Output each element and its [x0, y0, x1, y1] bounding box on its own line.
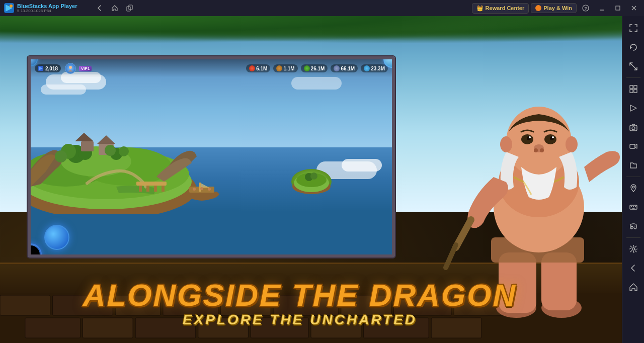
svg-marker-60 — [75, 133, 94, 141]
svg-point-102 — [552, 136, 554, 138]
resource-icon-1 — [249, 65, 255, 71]
svg-point-64 — [119, 146, 129, 156]
crown-icon: 👑 — [476, 5, 484, 12]
hud-resource-3: 26.1M — [301, 64, 328, 72]
svg-point-2 — [10, 5, 13, 8]
orange-dot-icon — [535, 5, 541, 11]
game-frame[interactable]: 2,018 VIP1 6.1M 1.1M — [28, 56, 395, 258]
svg-rect-13 — [630, 90, 633, 93]
play-win-label: Play & Win — [543, 5, 572, 11]
boat — [182, 182, 222, 202]
cloud-6 — [342, 159, 382, 172]
sidebar-files-btn[interactable] — [624, 156, 642, 175]
svg-marker-19 — [635, 144, 637, 148]
hud-resource-1: 6.1M — [246, 64, 270, 72]
resource-icon-4 — [334, 65, 340, 71]
right-sidebar — [622, 16, 644, 343]
svg-rect-67 — [139, 186, 142, 192]
reward-center-btn[interactable]: 👑 Reward Center — [472, 3, 529, 14]
svg-rect-66 — [136, 182, 167, 186]
sidebar-rotate-btn[interactable] — [624, 38, 642, 56]
promo-sub-title: EXPLORE THE UNCHARTED — [0, 312, 600, 328]
svg-marker-62 — [97, 135, 115, 144]
svg-point-83 — [69, 66, 72, 69]
svg-point-17 — [632, 127, 635, 130]
svg-point-30 — [632, 248, 634, 250]
svg-rect-69 — [154, 186, 157, 192]
sidebar-keyboard-btn[interactable] — [624, 198, 642, 216]
titlebar-right: 👑 Reward Center Play & Win ? — [472, 0, 644, 16]
bottom-text: ALONGSIDE THE DRAGON EXPLORE THE UNCHART… — [0, 280, 600, 328]
maximize-btn[interactable] — [611, 1, 625, 15]
sidebar-settings-btn[interactable] — [624, 240, 642, 258]
sidebar-expand-btn[interactable] — [624, 19, 642, 37]
app-icon — [4, 3, 14, 13]
svg-point-78 — [193, 188, 196, 191]
title-bar: BlueStacks App Player 5.13.200.1026 P64 … — [0, 0, 644, 16]
resource-icon-5 — [364, 65, 370, 71]
hud-resource-2: 1.1M — [273, 64, 297, 72]
svg-point-28 — [634, 226, 635, 227]
sidebar-gamepad-btn[interactable] — [624, 217, 642, 235]
sidebar-back-btn[interactable] — [624, 259, 642, 277]
svg-point-20 — [632, 186, 634, 188]
close-btn[interactable] — [627, 1, 641, 15]
resource-value-4: 66.1M — [341, 66, 355, 71]
minimize-btn[interactable] — [595, 1, 609, 15]
svg-point-80 — [208, 188, 211, 191]
player-avatar — [65, 63, 76, 74]
resource-value-3: 26.1M — [311, 66, 325, 71]
svg-point-95 — [500, 136, 512, 152]
game-area[interactable]: 2,018 VIP1 6.1M 1.1M — [0, 16, 622, 343]
sidebar-grid-btn[interactable] — [624, 80, 642, 98]
frame-orb-bl — [28, 243, 42, 258]
svg-rect-12 — [634, 85, 637, 89]
svg-marker-15 — [630, 105, 636, 111]
svg-rect-59 — [81, 141, 94, 151]
sidebar-divider-1 — [626, 77, 640, 78]
back-tab-btn[interactable] — [93, 1, 107, 15]
svg-rect-11 — [630, 85, 633, 89]
svg-point-58 — [55, 150, 67, 162]
svg-point-101 — [529, 136, 531, 138]
play-win-btn[interactable]: Play & Win — [531, 3, 577, 13]
svg-point-105 — [540, 148, 544, 152]
svg-point-79 — [200, 187, 203, 190]
sidebar-scale-btn[interactable] — [624, 57, 642, 75]
top-foliage — [0, 16, 622, 44]
svg-point-85 — [28, 248, 30, 254]
app-version: 5.13.200.1026 P64 — [17, 9, 77, 14]
sidebar-screenshot-btn[interactable] — [624, 118, 642, 136]
svg-point-96 — [566, 136, 578, 152]
svg-point-104 — [534, 148, 538, 152]
svg-rect-18 — [630, 144, 635, 148]
sidebar-divider-2 — [626, 177, 640, 177]
svg-point-29 — [634, 227, 635, 228]
svg-rect-68 — [146, 186, 149, 192]
promo-main-title: ALONGSIDE THE DRAGON — [0, 280, 600, 311]
app-name: BlueStacks App Player — [17, 3, 77, 9]
sidebar-location-btn[interactable] — [624, 179, 642, 197]
multi-tab-btn[interactable] — [123, 1, 137, 15]
sidebar-home-btn[interactable] — [624, 278, 642, 296]
hud-resource-5: 23.3M — [361, 64, 388, 72]
resource-value-2: 1.1M — [283, 66, 294, 71]
blue-orb-corner — [44, 225, 69, 250]
svg-text:?: ? — [584, 6, 587, 11]
main-content: 2,018 VIP1 6.1M 1.1M — [0, 16, 622, 343]
cloud-4 — [291, 77, 342, 90]
resource-icon-3 — [304, 65, 310, 71]
help-btn[interactable]: ? — [579, 1, 593, 15]
svg-rect-70 — [162, 186, 165, 192]
home-tab-btn[interactable] — [108, 1, 122, 15]
small-island — [291, 169, 332, 194]
player-score: 2,018 — [45, 66, 58, 71]
svg-point-65 — [105, 145, 116, 156]
sidebar-record-btn[interactable] — [624, 137, 642, 155]
titlebar-tabs — [91, 0, 137, 16]
game-hud: 2,018 VIP1 6.1M 1.1M — [31, 59, 392, 77]
sidebar-macro-btn[interactable] — [624, 99, 642, 117]
vip-badge: VIP1 — [79, 66, 92, 71]
app-title-text: BlueStacks App Player 5.13.200.1026 P64 — [17, 3, 77, 14]
svg-point-75 — [310, 173, 317, 180]
